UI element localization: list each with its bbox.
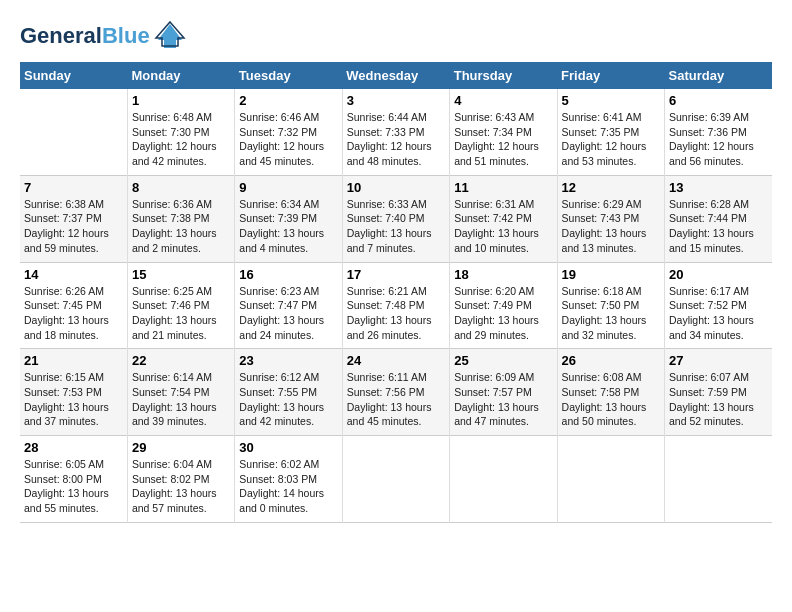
header-friday: Friday xyxy=(557,62,664,89)
calendar-cell: 26Sunrise: 6:08 AM Sunset: 7:58 PM Dayli… xyxy=(557,349,664,436)
day-info: Sunrise: 6:38 AM Sunset: 7:37 PM Dayligh… xyxy=(24,197,123,256)
calendar-cell: 15Sunrise: 6:25 AM Sunset: 7:46 PM Dayli… xyxy=(127,262,234,349)
day-info: Sunrise: 6:04 AM Sunset: 8:02 PM Dayligh… xyxy=(132,457,230,516)
calendar-cell: 6Sunrise: 6:39 AM Sunset: 7:36 PM Daylig… xyxy=(665,89,772,175)
calendar-cell: 13Sunrise: 6:28 AM Sunset: 7:44 PM Dayli… xyxy=(665,175,772,262)
day-number: 15 xyxy=(132,267,230,282)
day-number: 3 xyxy=(347,93,445,108)
week-row-2: 14Sunrise: 6:26 AM Sunset: 7:45 PM Dayli… xyxy=(20,262,772,349)
day-number: 21 xyxy=(24,353,123,368)
calendar-cell: 2Sunrise: 6:46 AM Sunset: 7:32 PM Daylig… xyxy=(235,89,342,175)
day-number: 16 xyxy=(239,267,337,282)
day-number: 1 xyxy=(132,93,230,108)
calendar-cell: 1Sunrise: 6:48 AM Sunset: 7:30 PM Daylig… xyxy=(127,89,234,175)
header-monday: Monday xyxy=(127,62,234,89)
calendar-cell: 9Sunrise: 6:34 AM Sunset: 7:39 PM Daylig… xyxy=(235,175,342,262)
calendar-cell: 8Sunrise: 6:36 AM Sunset: 7:38 PM Daylig… xyxy=(127,175,234,262)
week-row-1: 7Sunrise: 6:38 AM Sunset: 7:37 PM Daylig… xyxy=(20,175,772,262)
day-info: Sunrise: 6:12 AM Sunset: 7:55 PM Dayligh… xyxy=(239,370,337,429)
calendar-body: 1Sunrise: 6:48 AM Sunset: 7:30 PM Daylig… xyxy=(20,89,772,522)
header-wednesday: Wednesday xyxy=(342,62,449,89)
day-info: Sunrise: 6:11 AM Sunset: 7:56 PM Dayligh… xyxy=(347,370,445,429)
day-number: 30 xyxy=(239,440,337,455)
day-info: Sunrise: 6:07 AM Sunset: 7:59 PM Dayligh… xyxy=(669,370,768,429)
day-info: Sunrise: 6:23 AM Sunset: 7:47 PM Dayligh… xyxy=(239,284,337,343)
day-number: 12 xyxy=(562,180,660,195)
calendar-cell: 18Sunrise: 6:20 AM Sunset: 7:49 PM Dayli… xyxy=(450,262,557,349)
day-number: 10 xyxy=(347,180,445,195)
logo: GeneralBlue xyxy=(20,20,186,52)
day-number: 20 xyxy=(669,267,768,282)
calendar-cell: 30Sunrise: 6:02 AM Sunset: 8:03 PM Dayli… xyxy=(235,436,342,523)
day-number: 23 xyxy=(239,353,337,368)
calendar-cell: 3Sunrise: 6:44 AM Sunset: 7:33 PM Daylig… xyxy=(342,89,449,175)
day-info: Sunrise: 6:33 AM Sunset: 7:40 PM Dayligh… xyxy=(347,197,445,256)
day-info: Sunrise: 6:26 AM Sunset: 7:45 PM Dayligh… xyxy=(24,284,123,343)
day-info: Sunrise: 6:28 AM Sunset: 7:44 PM Dayligh… xyxy=(669,197,768,256)
day-info: Sunrise: 6:41 AM Sunset: 7:35 PM Dayligh… xyxy=(562,110,660,169)
day-number: 11 xyxy=(454,180,552,195)
calendar-cell: 27Sunrise: 6:07 AM Sunset: 7:59 PM Dayli… xyxy=(665,349,772,436)
header-saturday: Saturday xyxy=(665,62,772,89)
day-number: 18 xyxy=(454,267,552,282)
day-info: Sunrise: 6:15 AM Sunset: 7:53 PM Dayligh… xyxy=(24,370,123,429)
calendar-table: SundayMondayTuesdayWednesdayThursdayFrid… xyxy=(20,62,772,523)
header-sunday: Sunday xyxy=(20,62,127,89)
day-number: 26 xyxy=(562,353,660,368)
day-info: Sunrise: 6:25 AM Sunset: 7:46 PM Dayligh… xyxy=(132,284,230,343)
calendar-cell: 28Sunrise: 6:05 AM Sunset: 8:00 PM Dayli… xyxy=(20,436,127,523)
calendar-cell: 19Sunrise: 6:18 AM Sunset: 7:50 PM Dayli… xyxy=(557,262,664,349)
day-info: Sunrise: 6:20 AM Sunset: 7:49 PM Dayligh… xyxy=(454,284,552,343)
week-row-0: 1Sunrise: 6:48 AM Sunset: 7:30 PM Daylig… xyxy=(20,89,772,175)
day-number: 2 xyxy=(239,93,337,108)
day-number: 25 xyxy=(454,353,552,368)
calendar-cell: 22Sunrise: 6:14 AM Sunset: 7:54 PM Dayli… xyxy=(127,349,234,436)
day-info: Sunrise: 6:21 AM Sunset: 7:48 PM Dayligh… xyxy=(347,284,445,343)
calendar-cell xyxy=(342,436,449,523)
calendar-cell: 5Sunrise: 6:41 AM Sunset: 7:35 PM Daylig… xyxy=(557,89,664,175)
day-info: Sunrise: 6:18 AM Sunset: 7:50 PM Dayligh… xyxy=(562,284,660,343)
page-header: GeneralBlue xyxy=(20,20,772,52)
calendar-cell: 29Sunrise: 6:04 AM Sunset: 8:02 PM Dayli… xyxy=(127,436,234,523)
header-tuesday: Tuesday xyxy=(235,62,342,89)
calendar-header-row: SundayMondayTuesdayWednesdayThursdayFrid… xyxy=(20,62,772,89)
day-info: Sunrise: 6:44 AM Sunset: 7:33 PM Dayligh… xyxy=(347,110,445,169)
day-number: 22 xyxy=(132,353,230,368)
day-info: Sunrise: 6:08 AM Sunset: 7:58 PM Dayligh… xyxy=(562,370,660,429)
calendar-cell: 10Sunrise: 6:33 AM Sunset: 7:40 PM Dayli… xyxy=(342,175,449,262)
day-number: 27 xyxy=(669,353,768,368)
day-info: Sunrise: 6:46 AM Sunset: 7:32 PM Dayligh… xyxy=(239,110,337,169)
day-info: Sunrise: 6:29 AM Sunset: 7:43 PM Dayligh… xyxy=(562,197,660,256)
calendar-cell: 12Sunrise: 6:29 AM Sunset: 7:43 PM Dayli… xyxy=(557,175,664,262)
day-info: Sunrise: 6:09 AM Sunset: 7:57 PM Dayligh… xyxy=(454,370,552,429)
day-number: 9 xyxy=(239,180,337,195)
day-number: 8 xyxy=(132,180,230,195)
calendar-cell: 4Sunrise: 6:43 AM Sunset: 7:34 PM Daylig… xyxy=(450,89,557,175)
logo-icon xyxy=(154,20,186,52)
day-number: 28 xyxy=(24,440,123,455)
day-number: 6 xyxy=(669,93,768,108)
day-info: Sunrise: 6:05 AM Sunset: 8:00 PM Dayligh… xyxy=(24,457,123,516)
day-number: 17 xyxy=(347,267,445,282)
day-number: 19 xyxy=(562,267,660,282)
calendar-cell: 25Sunrise: 6:09 AM Sunset: 7:57 PM Dayli… xyxy=(450,349,557,436)
calendar-cell: 14Sunrise: 6:26 AM Sunset: 7:45 PM Dayli… xyxy=(20,262,127,349)
day-number: 5 xyxy=(562,93,660,108)
header-thursday: Thursday xyxy=(450,62,557,89)
calendar-cell xyxy=(20,89,127,175)
calendar-cell xyxy=(557,436,664,523)
day-info: Sunrise: 6:31 AM Sunset: 7:42 PM Dayligh… xyxy=(454,197,552,256)
week-row-3: 21Sunrise: 6:15 AM Sunset: 7:53 PM Dayli… xyxy=(20,349,772,436)
calendar-cell: 20Sunrise: 6:17 AM Sunset: 7:52 PM Dayli… xyxy=(665,262,772,349)
calendar-cell: 11Sunrise: 6:31 AM Sunset: 7:42 PM Dayli… xyxy=(450,175,557,262)
day-number: 29 xyxy=(132,440,230,455)
calendar-cell: 17Sunrise: 6:21 AM Sunset: 7:48 PM Dayli… xyxy=(342,262,449,349)
logo-text: GeneralBlue xyxy=(20,24,150,48)
day-number: 7 xyxy=(24,180,123,195)
day-info: Sunrise: 6:02 AM Sunset: 8:03 PM Dayligh… xyxy=(239,457,337,516)
day-info: Sunrise: 6:14 AM Sunset: 7:54 PM Dayligh… xyxy=(132,370,230,429)
calendar-cell: 23Sunrise: 6:12 AM Sunset: 7:55 PM Dayli… xyxy=(235,349,342,436)
calendar-cell xyxy=(450,436,557,523)
calendar-cell: 7Sunrise: 6:38 AM Sunset: 7:37 PM Daylig… xyxy=(20,175,127,262)
calendar-cell xyxy=(665,436,772,523)
